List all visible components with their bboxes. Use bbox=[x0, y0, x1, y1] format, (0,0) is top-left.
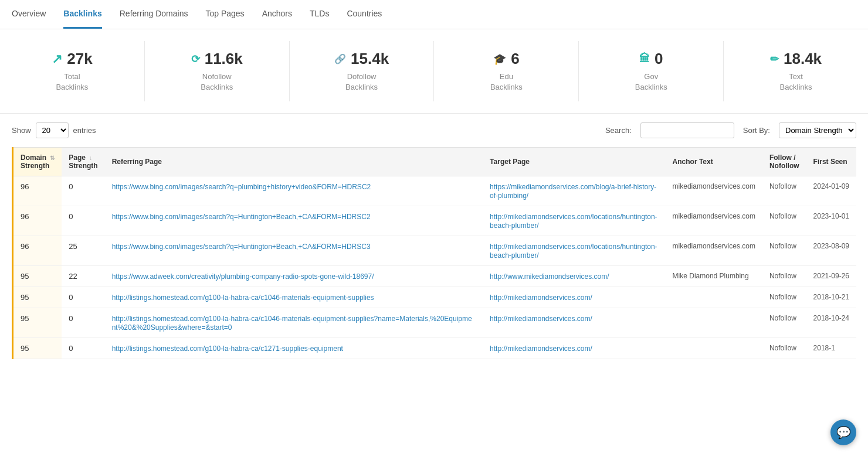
edu-backlinks-value: 6 bbox=[511, 50, 519, 68]
dofollow-backlinks-value: 15.4k bbox=[351, 50, 389, 68]
stat-gov-backlinks: 🏛 0 GovBacklinks bbox=[579, 41, 724, 101]
cell-anchor-text: mikediamondservices.com bbox=[666, 236, 762, 266]
cell-referring-page: https://www.adweek.com/creativity/plumbi… bbox=[105, 266, 483, 287]
table-row: 9625https://www.bing.com/images/search?q… bbox=[13, 236, 857, 266]
target-page-link[interactable]: http://mikediamondservices.com/ bbox=[490, 315, 592, 323]
sortby-label: Sort By: bbox=[743, 126, 770, 135]
tab-countries[interactable]: Countries bbox=[347, 0, 382, 29]
cell-page-strength: 0 bbox=[62, 176, 104, 206]
text-backlinks-value: 18.4k bbox=[784, 50, 822, 68]
cell-target-page: http://mikediamondservices.com/ bbox=[483, 338, 665, 359]
text-backlinks-label: TextBacklinks bbox=[780, 71, 812, 93]
cell-referring-page: http://listings.homestead.com/g100-la-ha… bbox=[105, 287, 483, 308]
target-page-link[interactable]: https://mikediamondservices.com/blog/a-b… bbox=[490, 183, 656, 200]
cell-page-strength: 0 bbox=[62, 338, 104, 359]
cell-page-strength: 0 bbox=[62, 287, 104, 308]
controls-row: Show 20 50 100 entries Search: Sort By: … bbox=[0, 114, 868, 147]
tab-anchors[interactable]: Anchors bbox=[262, 0, 292, 29]
referring-page-link[interactable]: http://listings.homestead.com/g100-la-ha… bbox=[112, 294, 374, 302]
show-label: Show bbox=[12, 126, 31, 135]
nofollow-backlinks-label: NofollowBacklinks bbox=[201, 71, 233, 93]
edu-backlinks-label: EduBacklinks bbox=[490, 71, 523, 93]
table-row: 950http://listings.homestead.com/g100-la… bbox=[13, 287, 857, 308]
controls-left: Show 20 50 100 entries bbox=[12, 122, 96, 138]
edu-icon: 🎓 bbox=[493, 53, 506, 66]
cell-anchor-text bbox=[666, 308, 762, 338]
search-input[interactable] bbox=[640, 122, 734, 138]
cell-page-strength: 0 bbox=[62, 308, 104, 338]
cell-first-seen: 2018-1 bbox=[806, 338, 856, 359]
cell-referring-page: http://listings.homestead.com/g100-la-ha… bbox=[105, 338, 483, 359]
sortby-select[interactable]: Domain Strength Page Strength First Seen… bbox=[779, 122, 856, 138]
search-label: Search: bbox=[605, 126, 632, 135]
target-page-link[interactable]: http://mikediamondservices.com/ bbox=[490, 294, 592, 302]
target-page-link[interactable]: http://mikediamondservices.com/ bbox=[490, 345, 592, 353]
backlinks-table-wrapper: Domain ⇅Strength Page ↓Strength Referrin… bbox=[0, 147, 868, 359]
col-header-domain-strength[interactable]: Domain ⇅Strength bbox=[13, 148, 62, 176]
cell-referring-page: https://www.bing.com/images/search?q=plu… bbox=[105, 176, 483, 206]
cell-referring-page: https://www.bing.com/images/search?q=Hun… bbox=[105, 236, 483, 266]
cell-target-page: http://mikediamondservices.com/ bbox=[483, 287, 665, 308]
cell-domain-strength: 95 bbox=[13, 308, 62, 338]
cell-anchor-text bbox=[666, 287, 762, 308]
stat-text-backlinks: ✏ 18.4k TextBacklinks bbox=[724, 41, 868, 101]
backlinks-icon: ↗ bbox=[52, 52, 62, 67]
table-row: 960https://www.bing.com/images/search?q=… bbox=[13, 176, 857, 206]
referring-page-link[interactable]: http://listings.homestead.com/g100-la-ha… bbox=[112, 345, 343, 353]
target-page-link[interactable]: http://mikediamondservices.com/locations… bbox=[490, 243, 657, 260]
cell-target-page: http://mikediamondservices.com/locations… bbox=[483, 236, 665, 266]
col-header-anchor-text: Anchor Text bbox=[666, 148, 762, 176]
target-page-link[interactable]: http://mikediamondservices.com/locations… bbox=[490, 213, 657, 230]
tab-overview[interactable]: Overview bbox=[12, 0, 46, 29]
stat-total-backlinks: ↗ 27k TotalBacklinks bbox=[0, 41, 145, 101]
cell-first-seen: 2018-10-21 bbox=[806, 287, 856, 308]
referring-page-link[interactable]: https://www.bing.com/images/search?q=Hun… bbox=[112, 213, 371, 221]
cell-domain-strength: 96 bbox=[13, 176, 62, 206]
table-row: 960https://www.bing.com/images/search?q=… bbox=[13, 206, 857, 236]
tab-referring-domains[interactable]: Referring Domains bbox=[120, 0, 188, 29]
referring-page-link[interactable]: https://www.bing.com/images/search?q=plu… bbox=[112, 183, 371, 191]
cell-first-seen: 2021-09-26 bbox=[806, 266, 856, 287]
col-header-page-strength[interactable]: Page ↓Strength bbox=[62, 148, 104, 176]
cell-anchor-text bbox=[666, 338, 762, 359]
dofollow-icon: 🔗 bbox=[334, 53, 346, 64]
cell-anchor-text: Mike Diamond Plumbing bbox=[666, 266, 762, 287]
table-row: 950http://listings.homestead.com/g100-la… bbox=[13, 338, 857, 359]
tab-tlds[interactable]: TLDs bbox=[310, 0, 329, 29]
referring-page-link[interactable]: http://listings.homestead.com/g100-la-ha… bbox=[112, 315, 472, 332]
cell-anchor-text: mikediamondservices.com bbox=[666, 176, 762, 206]
total-backlinks-label: TotalBacklinks bbox=[56, 71, 88, 93]
nofollow-icon: ⟳ bbox=[191, 53, 200, 66]
gov-icon: 🏛 bbox=[639, 53, 650, 65]
stat-dofollow-backlinks: 🔗 15.4k DofollowBacklinks bbox=[290, 41, 435, 101]
stats-row: ↗ 27k TotalBacklinks ⟳ 11.6k NofollowBac… bbox=[0, 29, 868, 114]
cell-domain-strength: 95 bbox=[13, 266, 62, 287]
cell-domain-strength: 96 bbox=[13, 206, 62, 236]
backlinks-table: Domain ⇅Strength Page ↓Strength Referrin… bbox=[12, 147, 856, 359]
gov-backlinks-label: GovBacklinks bbox=[635, 71, 667, 93]
entries-label: entries bbox=[73, 126, 96, 135]
cell-page-strength: 25 bbox=[62, 236, 104, 266]
cell-first-seen: 2023-10-01 bbox=[806, 206, 856, 236]
referring-page-link[interactable]: https://www.adweek.com/creativity/plumbi… bbox=[112, 272, 374, 281]
cell-follow-nofollow: Nofollow bbox=[762, 206, 806, 236]
cell-referring-page: https://www.bing.com/images/search?q=Hun… bbox=[105, 206, 483, 236]
cell-domain-strength: 95 bbox=[13, 287, 62, 308]
table-header-row: Domain ⇅Strength Page ↓Strength Referrin… bbox=[13, 148, 857, 176]
tab-bar: Overview Backlinks Referring Domains Top… bbox=[0, 0, 868, 29]
sort-icon-ps: ↓ bbox=[89, 155, 92, 161]
total-backlinks-value: 27k bbox=[67, 50, 92, 68]
col-header-target-page: Target Page bbox=[483, 148, 665, 176]
col-header-referring-page: Referring Page bbox=[105, 148, 483, 176]
referring-page-link[interactable]: https://www.bing.com/images/search?q=Hun… bbox=[112, 243, 371, 251]
cell-first-seen: 2018-10-24 bbox=[806, 308, 856, 338]
cell-anchor-text: mikediamondservices.com bbox=[666, 206, 762, 236]
tab-backlinks[interactable]: Backlinks bbox=[63, 0, 101, 29]
entries-select[interactable]: 20 50 100 bbox=[36, 122, 69, 138]
target-page-link[interactable]: http://www.mikediamondservices.com/ bbox=[490, 272, 609, 281]
tab-top-pages[interactable]: Top Pages bbox=[205, 0, 244, 29]
dofollow-backlinks-label: DofollowBacklinks bbox=[345, 71, 378, 93]
nofollow-backlinks-value: 11.6k bbox=[205, 50, 243, 68]
col-header-follow-nofollow: Follow /Nofollow bbox=[762, 148, 806, 176]
cell-follow-nofollow: Nofollow bbox=[762, 287, 806, 308]
